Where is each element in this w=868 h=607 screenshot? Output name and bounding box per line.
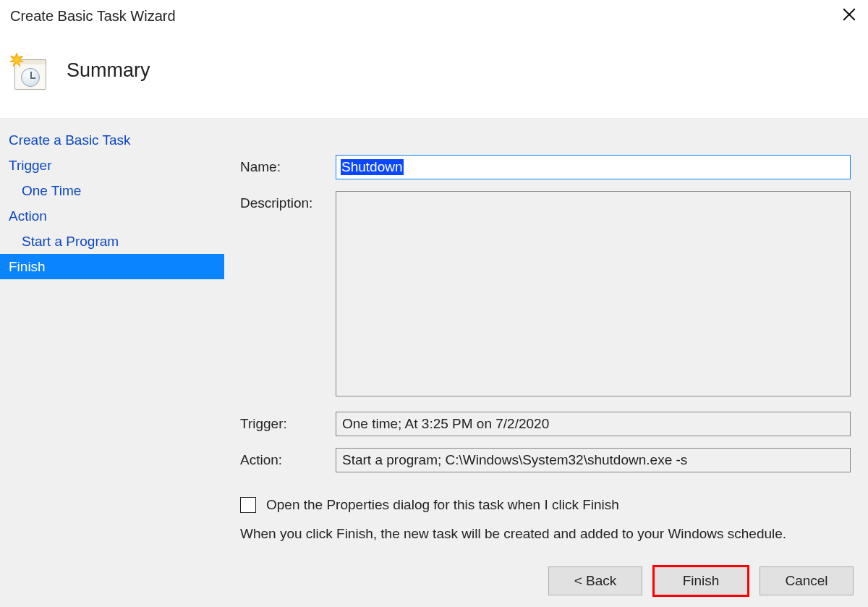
finish-button[interactable]: Finish: [654, 566, 748, 595]
open-properties-checkbox[interactable]: [240, 497, 256, 513]
close-icon: [843, 8, 856, 21]
wizard-steps-sidebar: Create a Basic Task Trigger One Time Act…: [0, 119, 224, 279]
action-value: Start a program; C:\Windows\System32\shu…: [336, 448, 851, 472]
step-create-basic-task[interactable]: Create a Basic Task: [0, 127, 224, 153]
cancel-button[interactable]: Cancel: [760, 566, 854, 595]
back-button[interactable]: < Back: [548, 566, 642, 595]
row-name: Name: Shutdown: [240, 155, 854, 179]
row-trigger: Trigger: One time; At 3:25 PM on 7/2/202…: [240, 412, 854, 436]
name-input[interactable]: Shutdown: [336, 155, 851, 179]
titlebar: Create Basic Task Wizard: [0, 0, 868, 29]
open-properties-label: Open the Properties dialog for this task…: [266, 497, 619, 513]
step-finish[interactable]: Finish: [0, 254, 224, 279]
row-description: Description:: [240, 191, 854, 400]
wizard-body: Create a Basic Task Trigger One Time Act…: [0, 118, 868, 607]
summary-form: Name: Shutdown Description: Trigger: One…: [240, 155, 854, 472]
step-one-time[interactable]: One Time: [0, 178, 224, 203]
action-label: Action:: [240, 448, 336, 468]
page-heading: Summary: [67, 59, 150, 86]
step-trigger[interactable]: Trigger: [0, 153, 224, 178]
task-scheduler-icon: [10, 54, 48, 91]
finish-hint-text: When you click Finish, the new task will…: [240, 526, 786, 542]
wizard-buttons: < Back Finish Cancel: [548, 566, 854, 595]
description-label: Description:: [240, 191, 336, 211]
wizard-header: Summary: [0, 29, 868, 116]
name-label: Name:: [240, 155, 336, 175]
step-start-a-program[interactable]: Start a Program: [0, 229, 224, 254]
row-action: Action: Start a program; C:\Windows\Syst…: [240, 448, 854, 472]
description-input[interactable]: [336, 191, 851, 396]
window-title: Create Basic Task Wizard: [10, 5, 838, 25]
close-button[interactable]: [838, 3, 861, 26]
trigger-label: Trigger:: [240, 412, 336, 432]
trigger-value: One time; At 3:25 PM on 7/2/2020: [336, 412, 851, 436]
open-properties-checkbox-row[interactable]: Open the Properties dialog for this task…: [240, 497, 619, 513]
step-action[interactable]: Action: [0, 203, 224, 229]
name-input-value: Shutdown: [341, 159, 404, 175]
